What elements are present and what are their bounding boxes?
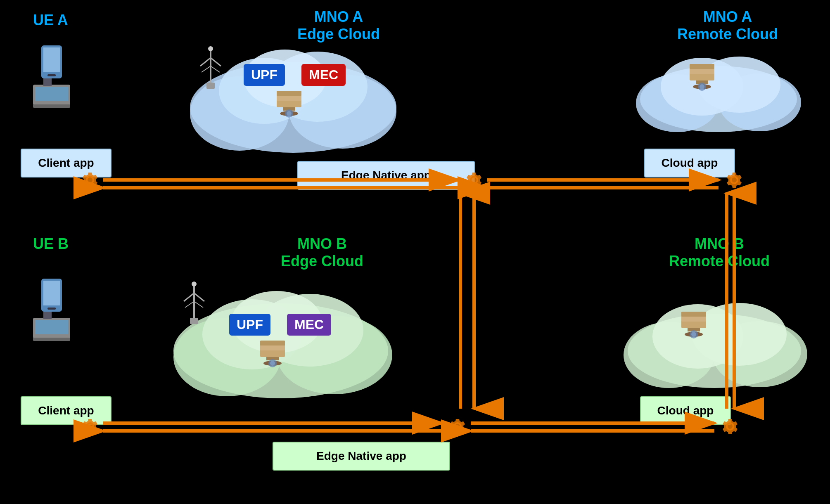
server-a: [273, 89, 310, 122]
edge-native-app-a-box: Edge Native app: [297, 161, 475, 190]
svg-rect-28: [690, 69, 714, 74]
svg-rect-16: [277, 101, 301, 106]
mno-b-remote-cloud: [619, 289, 809, 392]
svg-line-52: [194, 301, 203, 308]
svg-rect-27: [690, 64, 714, 69]
mec-badge-a: MEC: [301, 64, 346, 86]
svg-point-74: [691, 332, 696, 337]
svg-rect-81: [43, 312, 52, 319]
svg-rect-70: [681, 322, 706, 327]
ue-b-device: [33, 277, 78, 343]
edge-native-app-b-box: Edge Native app: [273, 442, 450, 471]
svg-line-51: [185, 301, 194, 308]
svg-rect-55: [260, 341, 285, 345]
svg-rect-40: [43, 78, 52, 86]
svg-line-10: [202, 66, 211, 72]
svg-point-7: [208, 46, 213, 51]
server-remote-b: [677, 310, 714, 343]
svg-rect-56: [260, 345, 285, 350]
svg-rect-53: [190, 318, 198, 324]
cloud-app-b-box: Cloud app: [640, 396, 731, 425]
server-remote-a: [685, 62, 723, 95]
svg-rect-68: [681, 312, 706, 317]
svg-rect-36: [47, 74, 56, 76]
diagram: UE A MNO A Edge Cloud MNO A Remote Cloud…: [0, 0, 830, 504]
svg-rect-76: [43, 281, 60, 305]
ue-a-device: [33, 43, 78, 109]
svg-rect-77: [47, 308, 56, 310]
svg-rect-29: [690, 74, 714, 79]
svg-point-33: [700, 84, 704, 89]
upf-badge-b: UPF: [229, 314, 270, 336]
gear-client-b: [78, 415, 102, 438]
gear-edge-b: [446, 415, 469, 438]
gear-edge-a: [462, 168, 486, 192]
mno-b-edge-label: MNO B Edge Cloud: [281, 235, 363, 270]
ue-a-label: UE A: [33, 12, 68, 29]
svg-rect-15: [277, 96, 301, 101]
server-b: [256, 338, 293, 371]
svg-rect-39: [33, 104, 70, 108]
mno-a-edge-label: MNO A Edge Cloud: [297, 8, 380, 43]
upf-badge-a: UPF: [244, 64, 285, 86]
svg-point-61: [270, 361, 275, 366]
svg-rect-79: [35, 320, 68, 334]
svg-rect-57: [260, 350, 285, 355]
svg-point-20: [287, 111, 292, 116]
svg-line-8: [200, 58, 211, 66]
svg-rect-35: [43, 47, 60, 72]
gear-client-a: [78, 168, 102, 192]
svg-rect-14: [277, 91, 301, 96]
svg-rect-12: [206, 83, 215, 89]
antenna-a: [194, 41, 227, 91]
svg-point-48: [192, 282, 197, 286]
mec-badge-b: MEC: [287, 314, 331, 336]
mno-b-remote-label: MNO B Remote Cloud: [669, 235, 770, 270]
antenna-b: [178, 277, 211, 326]
gear-cloud-b: [719, 415, 742, 438]
svg-line-9: [211, 58, 221, 66]
cloud-app-a-box: Cloud app: [644, 149, 735, 177]
svg-line-50: [194, 293, 204, 301]
mno-a-remote-label: MNO A Remote Cloud: [677, 8, 778, 43]
svg-rect-69: [681, 317, 706, 322]
ue-b-label: UE B: [33, 235, 69, 253]
svg-rect-38: [35, 87, 68, 101]
svg-rect-80: [33, 338, 70, 341]
gear-cloud-a: [723, 168, 746, 192]
svg-line-11: [211, 66, 220, 72]
svg-line-49: [184, 293, 194, 301]
